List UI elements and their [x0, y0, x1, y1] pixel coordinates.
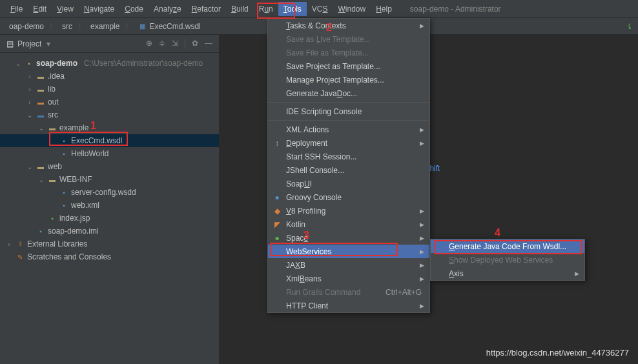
- menu-item[interactable]: JShell Console...: [268, 163, 429, 177]
- menu-view[interactable]: View: [52, 2, 79, 16]
- tree-item[interactable]: ⌄▬src: [0, 108, 219, 121]
- crumb-file[interactable]: ▦ExecCmd.wsdl: [134, 21, 204, 32]
- menu-item[interactable]: HTTP Client▶: [268, 299, 429, 312]
- expand-toggle[interactable]: ›: [26, 73, 34, 80]
- menu-item[interactable]: ◆V8 Profiling▶: [268, 204, 429, 217]
- menu-item-label: Generate Java Code From Wsdl...: [449, 242, 566, 251]
- menu-item[interactable]: ●Groovy Console: [268, 190, 429, 204]
- menu-item: Run Grails CommandCtrl+Alt+G: [268, 285, 429, 299]
- menu-navigate[interactable]: Navigate: [79, 2, 119, 16]
- menu-item-label: Manage Project Templates...: [286, 76, 384, 85]
- settings-icon[interactable]: ✿: [192, 39, 198, 49]
- tree-item[interactable]: ⌄▬WEB-INF: [0, 173, 219, 186]
- menu-build[interactable]: Build: [226, 2, 254, 16]
- menu-item[interactable]: IDE Scripting Console: [268, 105, 429, 118]
- window-title: soap-demo - Administrator: [410, 5, 501, 14]
- menu-item[interactable]: Tasks & Contexts▶: [268, 19, 429, 32]
- submenu-arrow-icon: ▶: [420, 126, 424, 133]
- build-icon[interactable]: ⤹: [626, 22, 633, 31]
- tree-label: lib: [48, 85, 56, 94]
- expand-toggle[interactable]: ⌄: [26, 112, 34, 119]
- crumb-example[interactable]: example: [87, 21, 123, 32]
- separator: [185, 39, 185, 49]
- expand-toggle[interactable]: ⌄: [26, 163, 34, 170]
- tree-label: HelloWorld: [71, 149, 108, 158]
- tree-item[interactable]: ›▬.idea: [0, 70, 219, 83]
- menu-file[interactable]: File: [5, 2, 28, 16]
- expand-toggle[interactable]: ›: [26, 99, 34, 106]
- menu-item-label: JShell Console...: [286, 166, 344, 175]
- menu-item[interactable]: SoapUI: [268, 177, 429, 190]
- menu-item-label: XmlBeans: [286, 274, 322, 283]
- tree-item[interactable]: ▪ExecCmd.wsdl: [0, 134, 219, 147]
- menu-code[interactable]: Code: [119, 2, 149, 16]
- expand-toggle[interactable]: ⌄: [14, 60, 22, 67]
- tree-item[interactable]: ⌄▬example: [0, 121, 219, 134]
- tree-label: soap-demo.iml: [48, 227, 99, 236]
- menu-window[interactable]: Window: [333, 2, 371, 16]
- menu-item[interactable]: JAXB▶: [268, 258, 429, 272]
- expand-toggle[interactable]: ⌄: [37, 125, 45, 132]
- tree-external-libs[interactable]: › ⫴ External Libraries: [0, 238, 219, 250]
- menu-vcs[interactable]: VCS: [307, 2, 333, 16]
- chevron-right-icon: 〉: [49, 21, 57, 32]
- hide-icon[interactable]: —: [205, 39, 212, 49]
- submenu-arrow-icon: ▶: [420, 221, 424, 228]
- file-icon: ▬: [36, 162, 45, 171]
- expand-toggle[interactable]: ›: [5, 241, 13, 248]
- menu-item[interactable]: XmlBeans▶: [268, 272, 429, 285]
- collapse-icon[interactable]: ⇲: [172, 39, 178, 49]
- tree-root[interactable]: ⌄ ▪ soap-demo C:\Users\Administrator\soa…: [0, 57, 219, 70]
- menu-item[interactable]: ↕Deployment▶: [268, 136, 429, 150]
- menu-item[interactable]: Generate JavaDoc...: [268, 86, 429, 100]
- tree-item[interactable]: ›▬lib: [0, 83, 219, 96]
- expand-toggle[interactable]: ›: [26, 86, 34, 93]
- menu-run[interactable]: Run: [254, 2, 278, 16]
- expand-toggle[interactable]: ⌄: [37, 176, 45, 183]
- tree-item[interactable]: ▪HelloWorld: [0, 147, 219, 160]
- tree-scratches[interactable]: ✎ Scratches and Consoles: [0, 250, 219, 263]
- locate-icon[interactable]: ⊕: [146, 39, 152, 49]
- submenu-arrow-icon: ▶: [420, 235, 424, 241]
- tree-item[interactable]: ⌄▬web: [0, 160, 219, 173]
- menu-item[interactable]: Start SSH Session...: [268, 150, 429, 163]
- crumb-project[interactable]: oap-demo: [5, 21, 48, 32]
- menu-edit[interactable]: Edit: [28, 2, 52, 16]
- expand-icon[interactable]: ≑: [159, 39, 165, 49]
- menu-item-label: Tasks & Contexts: [286, 21, 346, 30]
- tree-item[interactable]: ▪index.jsp: [0, 212, 219, 225]
- tree-item[interactable]: ▪soap-demo.iml: [0, 225, 219, 238]
- menu-analyze[interactable]: Analyze: [149, 2, 187, 16]
- menu-tools[interactable]: Tools: [278, 2, 307, 16]
- menu-item[interactable]: WebServices▶: [268, 245, 429, 258]
- tree-item[interactable]: ›▬out: [0, 96, 219, 108]
- annotation-label-4: 4: [495, 227, 500, 239]
- submenu-item[interactable]: Generate Java Code From Wsdl...: [431, 239, 584, 253]
- crumb-src[interactable]: src: [58, 21, 76, 32]
- menu-item[interactable]: Manage Project Templates...: [268, 73, 429, 86]
- menu-item[interactable]: ◤Kotlin▶: [268, 217, 429, 231]
- tree-label: WEB-INF: [59, 175, 92, 184]
- library-icon: ⫴: [15, 239, 25, 248]
- tree-item[interactable]: ▪web.xml: [0, 199, 219, 212]
- menu-item-label: Kotlin: [286, 220, 305, 229]
- tree-label: src: [48, 110, 58, 119]
- menu-item[interactable]: ●Space▶: [268, 231, 429, 245]
- project-icon: ▤: [6, 39, 14, 48]
- menu-help[interactable]: Help: [371, 2, 397, 16]
- chevron-right-icon: 〉: [77, 21, 85, 32]
- file-icon: ▬: [36, 97, 45, 106]
- tree-item[interactable]: ▪server-config.wsdd: [0, 186, 219, 199]
- menu-item[interactable]: XML Actions▶: [268, 123, 429, 136]
- dropdown-icon[interactable]: ▾: [46, 39, 50, 48]
- menu-item-icon: ◆: [272, 207, 282, 216]
- menu-item-icon: ↕: [272, 139, 282, 148]
- menu-item-label: Run Grails Command: [286, 288, 360, 297]
- menubar: File Edit View Navigate Code Analyze Ref…: [0, 0, 638, 18]
- file-icon: ▬: [48, 123, 57, 132]
- menu-refactor[interactable]: Refactor: [187, 2, 226, 16]
- submenu-item[interactable]: Axis▶: [431, 267, 584, 280]
- menu-item[interactable]: Save Project as Template...: [268, 59, 429, 73]
- file-icon: ▬: [36, 110, 45, 119]
- menu-item-icon: ◤: [272, 220, 282, 229]
